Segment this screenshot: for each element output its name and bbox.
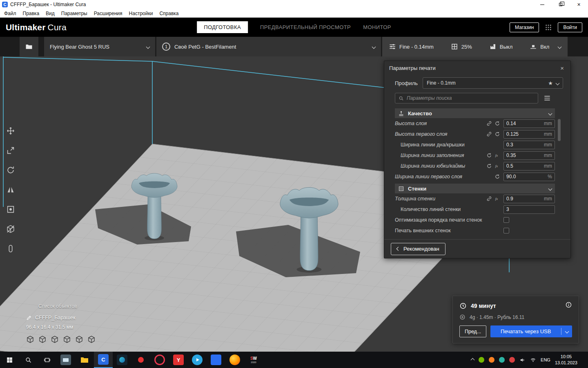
printer-selector[interactable]: Flying Bear Ghost 5 RUS (44, 37, 155, 56)
fx-icon[interactable] (494, 163, 500, 169)
marketplace-button[interactable]: Магазин (510, 22, 539, 32)
section-quality[interactable]: Качество (395, 108, 555, 118)
start-button[interactable] (0, 352, 19, 368)
taskbar-clock[interactable]: 10:05 13.01.2023 (555, 354, 577, 366)
speaker-icon[interactable] (519, 357, 526, 363)
section-walls[interactable]: Стенки (395, 184, 555, 193)
per-model-settings-tool[interactable] (2, 201, 19, 218)
close-button[interactable]: × (570, 0, 588, 9)
walls-icon (398, 186, 404, 192)
reset-icon[interactable] (494, 131, 500, 137)
settings-menu-icon[interactable] (543, 94, 551, 102)
menu-help[interactable]: Справка (156, 10, 182, 17)
menu-extensions[interactable]: Расширения (91, 10, 126, 17)
setting-input[interactable]: 90.0% (503, 173, 555, 181)
taskbar-app-remote[interactable] (56, 352, 75, 368)
cura-app-icon: C (2, 2, 8, 7)
rotate-tool[interactable] (2, 162, 19, 178)
chevron-down-icon[interactable] (561, 330, 572, 333)
cube-icon[interactable] (87, 335, 96, 343)
menu-view[interactable]: Вид (42, 10, 58, 17)
fx-icon[interactable] (494, 153, 500, 158)
taskbar-app-explorer[interactable] (75, 352, 94, 368)
setting-input[interactable]: 0.9mm (503, 195, 555, 203)
print-settings-selector[interactable]: Fine - 0.14mm 25% Выкл Вкл (382, 37, 568, 56)
tray-expand-icon[interactable] (471, 358, 475, 362)
telegram-icon (192, 355, 203, 365)
teal-tray-icon[interactable] (499, 357, 505, 363)
print-usb-button[interactable]: Печатать через USB (490, 325, 572, 337)
cube-icon[interactable] (63, 335, 71, 343)
chevron-down-icon (558, 45, 562, 49)
panel-scrollbar[interactable] (558, 119, 561, 141)
move-tool[interactable] (2, 123, 19, 139)
cube-icon[interactable] (26, 335, 34, 343)
recommended-mode-button[interactable]: Рекомендован (391, 243, 445, 255)
taskbar-search-button[interactable] (19, 352, 38, 368)
tab-prepare[interactable]: ПОДГОТОВКА (197, 21, 248, 33)
pencil-icon[interactable] (26, 315, 32, 321)
orange-tray-icon[interactable] (489, 357, 494, 363)
menu-preferences[interactable]: Настройки (126, 10, 156, 17)
menu-file[interactable]: Файл (1, 10, 20, 17)
tab-monitor[interactable]: МОНИТОР (363, 24, 391, 30)
support-blocker-tool[interactable] (2, 221, 19, 237)
nvidia-tray-icon[interactable] (479, 357, 484, 363)
signin-button[interactable]: Войти (558, 22, 582, 32)
minimize-button[interactable] (533, 0, 551, 9)
search-input[interactable] (407, 95, 535, 101)
checkbox[interactable] (503, 217, 509, 223)
mirror-tool[interactable] (2, 182, 19, 198)
taskbar-app-mail[interactable] (207, 352, 225, 368)
red-tray-icon[interactable] (509, 357, 515, 363)
taskbar-app-music[interactable] (131, 352, 150, 368)
taskbar-app-solidworks[interactable]: SW 2020 (244, 352, 263, 368)
apps-grid-icon[interactable] (545, 24, 552, 31)
fx-icon[interactable] (494, 196, 500, 202)
custom-supports-tool[interactable] (2, 240, 19, 257)
taskbar-app-cura[interactable]: C (94, 352, 113, 368)
setting-input[interactable]: 0.125mm (503, 130, 555, 139)
network-icon[interactable] (530, 357, 536, 363)
setting-input[interactable]: 0.14mm (503, 119, 555, 128)
material-selector[interactable]: 1 Своё PetG - BestFilament (156, 37, 381, 56)
language-indicator[interactable]: ENG (541, 357, 550, 362)
cube-icon[interactable] (51, 335, 59, 343)
preview-button[interactable]: Пред... (459, 325, 486, 337)
link-icon[interactable] (486, 121, 492, 126)
scale-tool[interactable] (2, 142, 19, 159)
object-list-toggle[interactable]: Список объектов (38, 303, 96, 309)
taskbar-app-yandex[interactable]: Y (169, 352, 188, 368)
taskbar-app-operagx[interactable] (150, 352, 169, 368)
info-icon[interactable] (565, 301, 572, 310)
open-file-button[interactable] (20, 37, 38, 56)
task-view-button[interactable] (38, 352, 56, 368)
setting-input[interactable]: 0.3mm (503, 141, 555, 149)
star-icon[interactable]: ★ (548, 80, 553, 86)
taskbar-app-photos[interactable] (113, 352, 131, 368)
settings-search-box[interactable] (395, 93, 538, 103)
reset-icon[interactable] (494, 174, 500, 180)
move-icon (6, 126, 15, 135)
setting-input[interactable]: 0.5mm (503, 162, 555, 171)
setting-input[interactable]: 3 (503, 205, 555, 214)
tab-preview[interactable]: ПРЕДВАРИТЕЛЬНЫЙ ПРОСМОТР (260, 24, 351, 30)
cube-icon[interactable] (75, 335, 83, 343)
taskbar-app-firefox[interactable] (225, 352, 244, 368)
taskbar-app-telegram[interactable] (188, 352, 207, 368)
setting-input[interactable]: 0.35mm (503, 151, 555, 160)
restore-button[interactable] (551, 0, 570, 9)
checkbox[interactable] (503, 228, 509, 233)
setting-row: Высота первого слоя 0.125mm (395, 129, 555, 139)
reset-icon[interactable] (486, 153, 492, 158)
menu-edit[interactable]: Правка (20, 10, 43, 17)
menu-settings[interactable]: Параметры (58, 10, 91, 17)
reset-icon[interactable] (486, 163, 492, 169)
task-view-icon (44, 357, 51, 364)
cube-icon[interactable] (38, 335, 47, 343)
link-icon[interactable] (486, 131, 492, 137)
panel-close-icon[interactable]: × (559, 65, 566, 72)
profile-dropdown[interactable]: Fine - 0.1mm ★ (423, 77, 563, 89)
reset-icon[interactable] (494, 121, 500, 126)
link-icon[interactable] (486, 196, 492, 202)
